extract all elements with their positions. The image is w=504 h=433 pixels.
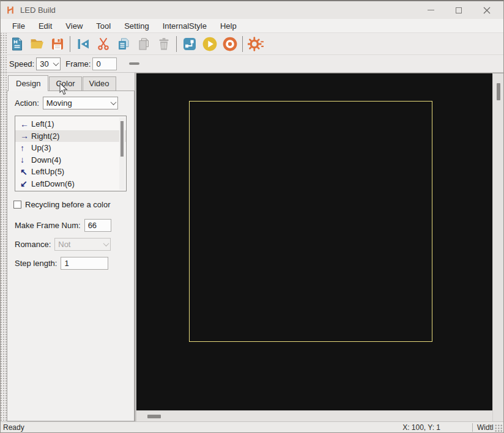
titlebar: LED Build <box>1 1 503 19</box>
window-title: LED Build <box>20 6 56 15</box>
frame-input[interactable] <box>92 57 117 70</box>
chevron-down-icon <box>53 60 59 66</box>
delete-button[interactable] <box>154 34 174 54</box>
node-link-icon <box>182 37 197 51</box>
speed-select[interactable]: 30 <box>36 57 61 70</box>
copy-icon <box>116 37 131 51</box>
arrow-down-icon: ↓ <box>20 155 31 165</box>
design-tab-page: Action: Moving ← Left(1) → <box>7 91 135 421</box>
maximize-icon <box>456 7 462 13</box>
open-folder-icon <box>29 36 45 51</box>
play-button[interactable] <box>199 34 220 54</box>
play-icon <box>202 36 218 52</box>
app-logo-icon <box>6 5 16 15</box>
arrow-upleft-icon: ↖ <box>20 167 31 177</box>
arrow-left-icon: ← <box>20 119 31 129</box>
paste-icon <box>136 37 151 51</box>
status-ready: Ready <box>1 423 402 432</box>
cut-button[interactable] <box>93 34 113 54</box>
new-file-icon <box>10 37 24 51</box>
settings-button[interactable] <box>245 34 265 54</box>
action-select[interactable]: Moving <box>43 97 118 109</box>
action-value: Moving <box>46 98 111 108</box>
toolbar-separator <box>242 36 243 52</box>
save-button[interactable] <box>47 34 67 54</box>
toolbar-gripper[interactable] <box>1 33 7 54</box>
action-label: Action: <box>15 98 39 108</box>
stop-button[interactable] <box>220 34 240 54</box>
main-area: Design Color Video Action: Moving <box>1 73 503 421</box>
drag-handle[interactable] <box>129 62 139 65</box>
frame-label: Frame: <box>65 59 91 68</box>
chevron-down-icon <box>103 240 109 246</box>
step-length-label: Step length: <box>15 259 57 268</box>
panel-gripper[interactable] <box>1 73 7 421</box>
make-frame-input[interactable] <box>84 219 111 232</box>
recycling-label: Recycling before a color <box>25 200 110 209</box>
first-frame-button[interactable] <box>73 34 93 54</box>
close-button[interactable] <box>478 4 496 17</box>
tab-color[interactable]: Color <box>49 76 81 91</box>
recycling-checkbox[interactable] <box>13 201 21 209</box>
list-item-left[interactable]: ← Left(1) <box>15 118 126 130</box>
list-item-label: Left(1) <box>31 119 54 128</box>
led-canvas[interactable] <box>136 73 492 410</box>
menu-internalstyle[interactable]: InternalStyle <box>156 20 213 32</box>
toolbar-separator <box>176 36 177 52</box>
arrow-downleft-icon: ↙ <box>20 179 31 188</box>
step-length-input[interactable] <box>61 257 108 270</box>
canvas-vscrollbar[interactable] <box>492 73 503 421</box>
list-item-up[interactable]: ↑ Up(3) <box>15 142 126 154</box>
canvas-hscrollbar[interactable] <box>136 410 492 421</box>
statusbar: Ready X: 100, Y: 1 Widtl <box>1 421 503 432</box>
first-frame-icon <box>76 37 91 51</box>
list-item-right[interactable]: → Right(2) <box>15 130 126 142</box>
canvas-column <box>136 73 492 421</box>
app-window: LED Build File Edit View Tool Setting In… <box>0 0 504 433</box>
list-item-leftup[interactable]: ↖ LeftUp(5) <box>15 166 126 178</box>
arrow-right-icon: → <box>20 131 31 141</box>
paste-button[interactable] <box>133 34 154 54</box>
menu-view[interactable]: View <box>59 20 89 32</box>
action-listbox: ← Left(1) → Right(2) ↑ Up(3) ↓ <box>15 116 127 191</box>
resize-grip[interactable] <box>495 424 503 432</box>
toolbar <box>1 33 503 55</box>
list-item-label: LeftUp(5) <box>31 167 64 176</box>
maximize-button[interactable] <box>450 4 468 17</box>
list-item-label: Down(4) <box>31 155 61 165</box>
list-item-leftdown[interactable]: ↙ LeftDown(6) <box>15 178 126 190</box>
stop-icon <box>222 36 238 52</box>
menu-setting[interactable]: Setting <box>117 20 155 32</box>
trash-icon <box>157 37 171 51</box>
menu-file[interactable]: File <box>6 20 32 32</box>
canvas-vscrollbar-thumb[interactable] <box>497 83 500 100</box>
list-item-label: Up(3) <box>31 143 51 152</box>
panel-tabstrip: Design Color Video <box>7 75 135 91</box>
minimize-button[interactable] <box>421 4 440 17</box>
menu-edit[interactable]: Edit <box>32 20 59 32</box>
new-file-button[interactable] <box>7 34 27 54</box>
copy-button[interactable] <box>113 34 133 54</box>
make-frame-label: Make Frame Num: <box>15 221 81 230</box>
romance-select[interactable]: Not <box>54 238 111 251</box>
node-link-button[interactable] <box>179 34 199 54</box>
speedbar-gripper[interactable] <box>1 55 7 72</box>
speed-frame-bar: Speed: 30 Frame: <box>1 55 503 73</box>
settings-gear-icon <box>248 36 264 52</box>
tab-design[interactable]: Design <box>8 75 48 91</box>
list-scrollbar-thumb[interactable] <box>120 121 124 157</box>
romance-value: Not <box>58 240 104 249</box>
toolbar-separator <box>70 36 70 52</box>
menu-tool[interactable]: Tool <box>89 20 117 32</box>
tab-video[interactable]: Video <box>83 76 116 91</box>
status-width: Widtl <box>473 423 495 432</box>
save-icon <box>50 37 65 51</box>
canvas-hscrollbar-thumb[interactable] <box>147 415 161 418</box>
menu-help[interactable]: Help <box>213 20 243 32</box>
list-scrollbar[interactable] <box>119 117 125 190</box>
open-file-button[interactable] <box>27 34 47 54</box>
list-item-label: LeftDown(6) <box>31 179 75 188</box>
selection-rectangle[interactable] <box>189 101 432 342</box>
list-item-label: Right(2) <box>31 131 59 141</box>
list-item-down[interactable]: ↓ Down(4) <box>15 154 126 166</box>
